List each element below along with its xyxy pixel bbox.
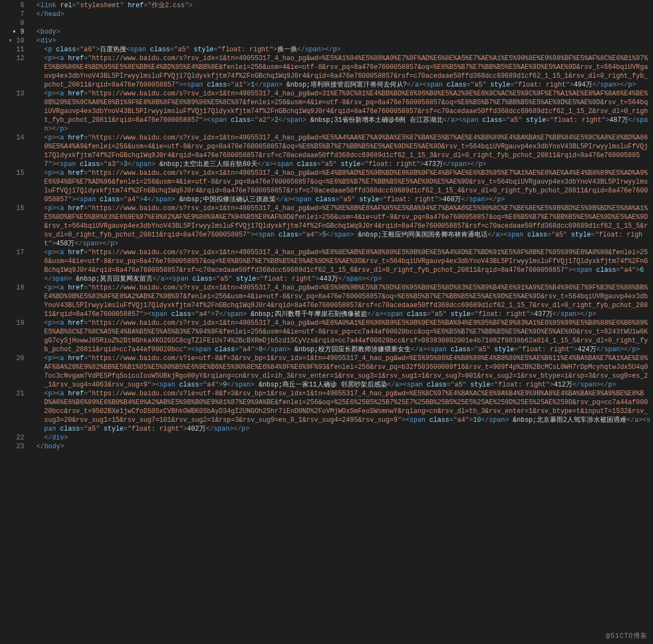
code-line-open-body[interactable]: <body> (29, 28, 651, 36)
line-number: 22 (0, 433, 24, 442)
line-number-gutter: 678▾ 9▾ 1011121314151617181920212223 (0, 0, 29, 644)
code-line-item-19[interactable]: <p><a href="https://www.baidu.com/s?rsv_… (29, 319, 651, 354)
line-number: 13 (0, 89, 24, 133)
code-line-close-head[interactable]: </head> (29, 10, 651, 19)
line-number: 11 (0, 45, 24, 54)
line-number: 14 (0, 133, 24, 169)
line-number: 20 (0, 354, 24, 389)
line-number: 19 (0, 319, 24, 354)
code-line-item-21[interactable]: <p><a href="https://www.baidu.com/s?ie=u… (29, 389, 651, 433)
code-line-item-14[interactable]: <p><a href="https://www.baidu.com/s?rsv_… (29, 133, 651, 169)
line-number: 7 (0, 10, 24, 19)
line-number: 21 (0, 389, 24, 433)
line-number: ▾ 9 (0, 28, 24, 36)
code-editor[interactable]: 678▾ 9▾ 1011121314151617181920212223 <li… (0, 0, 653, 644)
line-number: 8 (0, 19, 24, 28)
code-line-close-div[interactable]: </div> (29, 433, 651, 442)
line-number: 17 (0, 248, 24, 283)
code-line-open-div[interactable]: <div> (29, 36, 651, 45)
line-number: 16 (0, 204, 24, 248)
line-number: 6 (0, 1, 24, 10)
code-line-item-18[interactable]: <p><a href="https://www.baidu.com/s?rsv_… (29, 283, 651, 319)
line-number: 18 (0, 283, 24, 319)
line-number: ▾ 10 (0, 36, 24, 45)
code-line-item-20[interactable]: <p><a href="https://www.baidu.com/s?ie=u… (29, 354, 651, 389)
code-line-link[interactable]: <link rel="stylesheet" href="作业2.css"> (29, 1, 651, 10)
code-line-close-body[interactable]: </body> (29, 442, 651, 451)
line-number: 15 (0, 169, 24, 204)
code-line-blank[interactable] (29, 19, 651, 28)
code-line-item-12[interactable]: <p><a href="https://www.baidu.com/s?rsv_… (29, 54, 651, 89)
code-line-item-15[interactable]: <p><a href="https://www.baidu.com/s?rsv_… (29, 169, 651, 204)
code-area[interactable]: <link rel="stylesheet" href="作业2.css"></… (29, 0, 653, 644)
code-line-item-16[interactable]: <p><a href="https://www.baidu.com/s?rsv_… (29, 204, 651, 248)
line-number: 12 (0, 54, 24, 89)
watermark: @51CTO博客 (606, 632, 647, 641)
code-line-title[interactable]: <p class="a6">百度热搜<span class="a5" style… (29, 45, 651, 54)
line-number: 23 (0, 442, 24, 451)
code-line-item-13[interactable]: <p><a href="https://www.baidu.com/s?rsv_… (29, 89, 651, 133)
code-line-item-17[interactable]: <p><a href="https://www.baidu.com/s?rsv_… (29, 248, 651, 283)
